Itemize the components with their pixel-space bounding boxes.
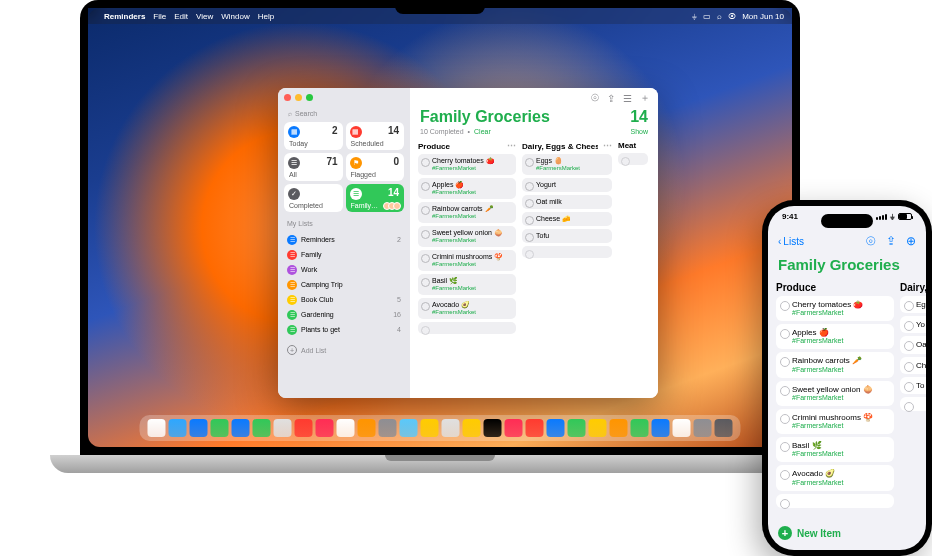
reminder-tag[interactable]: #FarmersMarket [792,479,890,487]
dock-app[interactable] [547,419,565,437]
more-icon[interactable]: ⊕ [906,234,916,248]
column-menu-icon[interactable]: ⋯ [603,141,612,151]
view-options-icon[interactable]: ☰ [623,93,632,104]
reminder-item[interactable]: Avocado 🥑#FarmersMarket [418,298,516,319]
smart-scheduled[interactable]: ▦ 14 Scheduled [346,122,405,150]
reminder-item[interactable]: Tofu [522,229,612,243]
dock-app[interactable] [379,419,397,437]
reminder-item[interactable]: Cherry tomatoes 🍅#FarmersMarket [418,154,516,175]
share-icon[interactable]: ⇪ [607,93,615,104]
dock-app[interactable] [463,419,481,437]
column-menu-icon[interactable]: ⋯ [507,141,516,151]
reminder-tag[interactable]: #FarmersMarket [432,285,512,292]
control-center-icon[interactable]: ⦿ [728,12,736,21]
empty-reminder-slot[interactable] [618,153,648,165]
dock-app[interactable] [253,419,271,437]
smart-flagged[interactable]: ⚑ 0 Flagged [346,153,405,181]
dock-app[interactable] [337,419,355,437]
wifi-icon[interactable]: ⏚ [692,12,697,21]
collaborate-icon[interactable]: ⦾ [591,92,599,104]
reminder-item[interactable]: Oat milk [522,195,612,209]
reminder-item[interactable]: Sweet yellow onion 🧅#FarmersMarket [418,226,516,247]
sidebar-list-item[interactable]: ☰ Reminders 2 [284,232,404,247]
dock-app[interactable] [400,419,418,437]
close-button[interactable] [284,94,291,101]
empty-reminder-slot[interactable] [900,397,926,411]
menu-file[interactable]: File [153,12,166,21]
dock-app[interactable] [568,419,586,437]
sidebar-list-item[interactable]: ☰ Work [284,262,404,277]
battery-icon[interactable]: ▭ [703,12,711,21]
reminder-item[interactable]: Yogurt [522,178,612,192]
menu-edit[interactable]: Edit [174,12,188,21]
reminder-item[interactable]: To [900,377,926,394]
reminder-tag[interactable]: #FarmersMarket [432,261,512,268]
dock-app[interactable] [673,419,691,437]
reminder-item[interactable]: Rainbow carrots 🥕#FarmersMarket [776,352,894,377]
clear-button[interactable]: Clear [474,128,491,135]
reminder-tag[interactable]: #FarmersMarket [432,309,512,316]
add-list-button[interactable]: + Add List [284,342,404,358]
minimize-button[interactable] [295,94,302,101]
smart-today[interactable]: ▦ 2 Today [284,122,343,150]
menubar-clock[interactable]: Mon Jun 10 [742,12,784,21]
empty-reminder-slot[interactable] [418,322,516,334]
fullscreen-button[interactable] [306,94,313,101]
smart-completed[interactable]: ✓ Completed [284,184,343,212]
dock-app[interactable] [484,419,502,437]
smart-family-selected[interactable]: ☰ 14 Family… [346,184,405,212]
sidebar-list-item[interactable]: ☰ Family [284,247,404,262]
reminder-item[interactable]: Eggs 🥚#FarmersMarket [522,154,612,175]
reminder-item[interactable]: Oa [900,336,926,353]
search-input[interactable]: ⌕ Search [284,108,404,119]
reminder-item[interactable]: Rainbow carrots 🥕#FarmersMarket [418,202,516,223]
reminder-tag[interactable]: #FarmersMarket [792,366,890,374]
sidebar-list-item[interactable]: ☰ Book Club 5 [284,292,404,307]
search-menubar-icon[interactable]: ⌕ [717,12,722,21]
reminder-item[interactable]: Cheese 🧀 [522,212,612,226]
new-item-button[interactable]: + New Item [778,526,841,540]
reminder-item[interactable]: Basil 🌿#FarmersMarket [418,274,516,295]
reminder-tag[interactable]: #FarmersMarket [432,237,512,244]
dock-app[interactable] [715,419,733,437]
reminder-tag[interactable]: #FarmersMarket [432,189,512,196]
dock-app[interactable] [148,419,166,437]
sidebar-list-item[interactable]: ☰ Gardening 16 [284,307,404,322]
show-button[interactable]: Show [630,128,648,135]
reminder-item[interactable]: Cherry tomatoes 🍅#FarmersMarket [776,296,894,321]
dock-app[interactable] [190,419,208,437]
dock-app[interactable] [358,419,376,437]
menu-view[interactable]: View [196,12,213,21]
reminder-item[interactable]: Sweet yellow onion 🧅#FarmersMarket [776,381,894,406]
back-button[interactable]: ‹ Lists [778,236,804,247]
reminder-item[interactable]: Yo [900,316,926,333]
dock-app[interactable] [316,419,334,437]
menu-help[interactable]: Help [258,12,274,21]
dock-app[interactable] [652,419,670,437]
empty-reminder-slot[interactable] [522,246,612,258]
reminder-tag[interactable]: #FarmersMarket [792,394,890,402]
reminder-item[interactable]: Basil 🌿#FarmersMarket [776,437,894,462]
reminder-tag[interactable]: #FarmersMarket [792,422,890,430]
dock-app[interactable] [169,419,187,437]
reminder-item[interactable]: Apples 🍎#FarmersMarket [418,178,516,199]
dock-app[interactable] [505,419,523,437]
dock-app[interactable] [274,419,292,437]
dock-app[interactable] [421,419,439,437]
sidebar-list-item[interactable]: ☰ Plants to get 4 [284,322,404,337]
dock-app[interactable] [589,419,607,437]
smart-all[interactable]: ☰ 71 All [284,153,343,181]
reminder-tag[interactable]: #FarmersMarket [432,165,512,172]
menubar-app-name[interactable]: Reminders [104,12,145,21]
reminder-item[interactable]: Apples 🍎#FarmersMarket [776,324,894,349]
reminder-tag[interactable]: #FarmersMarket [792,450,890,458]
dock-app[interactable] [610,419,628,437]
reminder-tag[interactable]: #FarmersMarket [536,165,608,172]
share-icon[interactable]: ⇪ [886,234,896,248]
dock-app[interactable] [631,419,649,437]
dock-app[interactable] [232,419,250,437]
collaborate-icon[interactable]: ⦾ [866,234,876,248]
reminder-tag[interactable]: #FarmersMarket [432,213,512,220]
reminder-item[interactable]: Ch [900,357,926,374]
reminder-item[interactable]: Avocado 🥑#FarmersMarket [776,465,894,490]
